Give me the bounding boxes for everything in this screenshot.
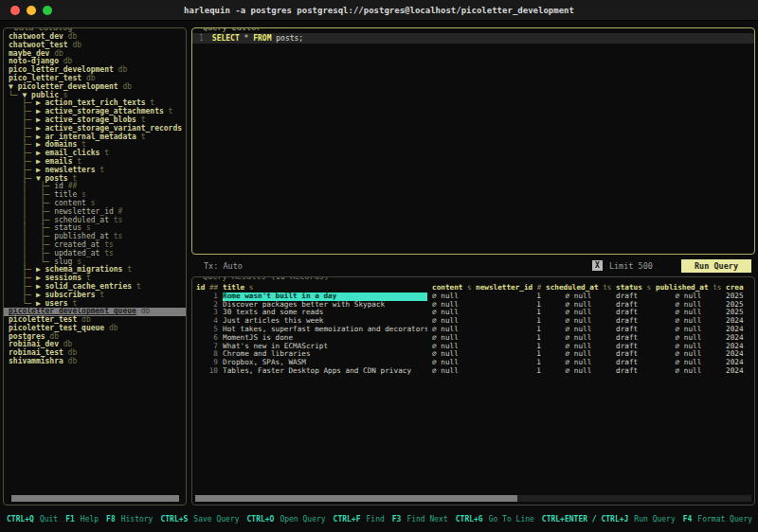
table-cell[interactable]: ∅ null	[432, 343, 471, 351]
table-cell[interactable]: ∅ null	[546, 359, 611, 367]
table-cell[interactable]: draft	[616, 334, 651, 343]
table-cell[interactable]: ∅ null	[656, 367, 721, 376]
table-cell[interactable]: ∅ null	[432, 309, 471, 317]
minimize-button[interactable]	[27, 6, 36, 15]
column-header[interactable]: content s	[432, 284, 471, 293]
checkbox-checked-icon[interactable]: X	[592, 260, 603, 271]
table-cell[interactable]: 1	[476, 334, 541, 343]
table-cell[interactable]: ∅ null	[546, 309, 611, 317]
table-cell[interactable]: Tables, Faster Desktop Apps and CDN priv…	[223, 367, 427, 376]
table-cell[interactable]: 1	[476, 367, 541, 376]
transaction-mode[interactable]: Tx: Auto	[204, 261, 243, 271]
table-cell[interactable]: What's new in ECMAScript	[223, 343, 427, 351]
table-cell[interactable]: 2024	[726, 334, 754, 343]
table-cell[interactable]: ∅ null	[432, 293, 471, 301]
shortcut-history[interactable]: F8History	[106, 515, 153, 523]
table-cell[interactable]: Hot takes, superfast memoization and dec…	[223, 326, 427, 334]
table-cell[interactable]: 1	[476, 301, 541, 310]
table-cell[interactable]: Discover packages better with Skypack	[223, 301, 427, 310]
table-cell[interactable]: 2024	[726, 367, 754, 376]
catalog-tree-item[interactable]: shivammishra db	[4, 358, 186, 366]
table-cell[interactable]: Rome wasn't built in a day	[223, 293, 427, 301]
table-cell[interactable]: MomentJS is done	[223, 334, 427, 343]
table-cell[interactable]: draft	[616, 326, 651, 334]
table-cell[interactable]: Chrome and libraries	[223, 350, 427, 359]
table-cell[interactable]: ∅ null	[432, 367, 471, 376]
table-cell[interactable]: ∅ null	[546, 350, 611, 359]
table-cell[interactable]: ∅ null	[546, 343, 611, 351]
run-query-button[interactable]: Run Query	[681, 259, 751, 273]
table-cell[interactable]: draft	[616, 350, 651, 359]
shortcut-open-query[interactable]: CTRL+OOpen Query	[247, 515, 326, 523]
table-cell[interactable]: draft	[616, 317, 651, 326]
shortcut-find[interactable]: CTRL+FFind	[334, 515, 385, 523]
table-cell[interactable]: 6	[196, 334, 218, 343]
table-cell[interactable]: ∅ null	[656, 293, 721, 301]
shortcut-find-next[interactable]: F3Find Next	[392, 515, 448, 523]
column-header[interactable]: published_at ts	[656, 284, 721, 293]
table-cell[interactable]: 2024	[726, 317, 754, 326]
table-cell[interactable]: ∅ null	[656, 359, 721, 367]
table-cell[interactable]: 1	[476, 343, 541, 351]
column-header[interactable]: crea	[726, 284, 754, 293]
table-cell[interactable]: draft	[616, 343, 651, 351]
zoom-button[interactable]	[43, 6, 52, 15]
table-cell[interactable]: 1	[476, 350, 541, 359]
table-cell[interactable]: 1	[476, 293, 541, 301]
table-cell[interactable]: 4	[196, 317, 218, 326]
table-cell[interactable]: 2	[196, 301, 218, 310]
table-cell[interactable]: 2025	[726, 293, 754, 301]
results-h-scrollbar[interactable]	[195, 495, 751, 502]
table-cell[interactable]: 1	[476, 326, 541, 334]
table-cell[interactable]: 2025	[726, 309, 754, 317]
table-cell[interactable]: 1	[476, 359, 541, 367]
shortcut-save-query[interactable]: CTRL+SSave Query	[160, 515, 239, 523]
table-cell[interactable]: ∅ null	[432, 301, 471, 310]
table-cell[interactable]: 10	[196, 367, 218, 376]
table-cell[interactable]: ∅ null	[546, 326, 611, 334]
limit-checkbox[interactable]: X Limit 500	[592, 260, 653, 271]
table-cell[interactable]: draft	[616, 359, 651, 367]
table-cell[interactable]: 7	[196, 343, 218, 351]
table-cell[interactable]: ∅ null	[656, 326, 721, 334]
editor-line[interactable]: 1SELECT * FROM posts;	[192, 33, 754, 44]
table-cell[interactable]: 1	[476, 309, 541, 317]
scrollbar-thumb[interactable]	[195, 495, 517, 502]
table-cell[interactable]: 2024	[726, 326, 754, 334]
table-cell[interactable]: Just articles this week	[223, 317, 427, 326]
table-cell[interactable]: ∅ null	[546, 367, 611, 376]
catalog-h-scrollbar[interactable]	[7, 495, 183, 502]
shortcut-quit[interactable]: CTRL+QQuit	[7, 515, 58, 523]
table-cell[interactable]: 9	[196, 359, 218, 367]
table-cell[interactable]: 2024	[726, 350, 754, 359]
shortcut-format-query[interactable]: F4Format Query	[683, 515, 752, 523]
table-cell[interactable]: 2024	[726, 359, 754, 367]
table-cell[interactable]: 5	[196, 326, 218, 334]
column-header[interactable]: scheduled_at ts	[546, 284, 611, 293]
shortcut-go-to-line[interactable]: CTRL+GGo To Line	[456, 515, 534, 523]
column-header[interactable]: id ##	[196, 284, 218, 293]
table-cell[interactable]: ∅ null	[546, 301, 611, 310]
table-cell[interactable]: draft	[616, 301, 651, 310]
table-cell[interactable]: ∅ null	[546, 317, 611, 326]
table-cell[interactable]: draft	[616, 309, 651, 317]
close-button[interactable]	[10, 6, 20, 15]
table-cell[interactable]: 1	[476, 317, 541, 326]
table-cell[interactable]: ∅ null	[432, 326, 471, 334]
table-cell[interactable]: 30 texts and some reads	[223, 309, 427, 317]
table-cell[interactable]: ∅ null	[656, 343, 721, 351]
table-cell[interactable]: ∅ null	[432, 350, 471, 359]
table-cell[interactable]: 2024	[726, 343, 754, 351]
column-header[interactable]: status s	[616, 284, 651, 293]
table-cell[interactable]: ∅ null	[546, 334, 611, 343]
table-cell[interactable]: draft	[616, 367, 651, 376]
table-cell[interactable]: ∅ null	[432, 334, 471, 343]
column-header[interactable]: title s	[223, 284, 427, 293]
shortcut-help[interactable]: F1Help	[65, 515, 99, 523]
scrollbar-thumb[interactable]	[11, 495, 179, 502]
table-cell[interactable]: ∅ null	[656, 317, 721, 326]
table-cell[interactable]: Dropbox, SPAs, WASM	[223, 359, 427, 367]
table-cell[interactable]: ∅ null	[656, 301, 721, 310]
table-cell[interactable]: ∅ null	[546, 293, 611, 301]
shortcut-run-query[interactable]: CTRL+ENTER / CTRL+JRun Query	[542, 515, 676, 523]
